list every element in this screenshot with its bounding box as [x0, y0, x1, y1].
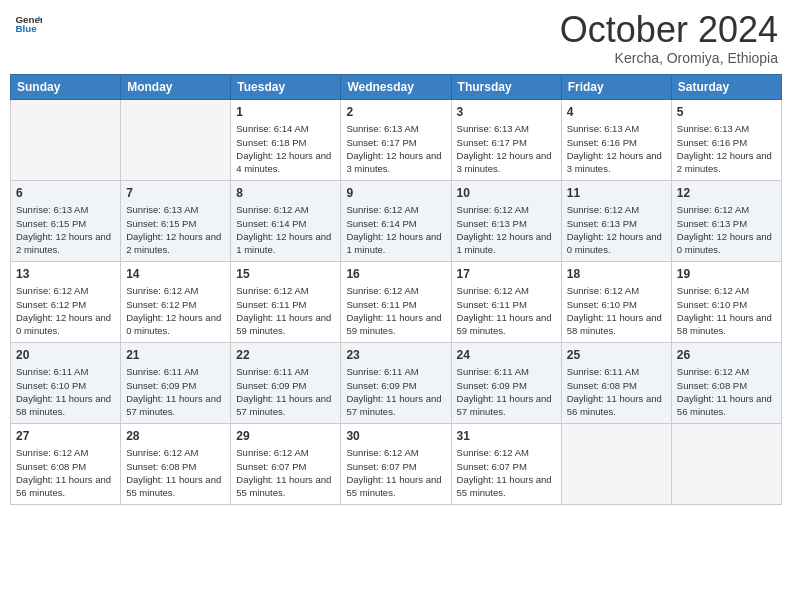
day-number: 5 — [677, 104, 776, 121]
calendar-body: 1Sunrise: 6:14 AMSunset: 6:18 PMDaylight… — [11, 99, 782, 504]
day-number: 30 — [346, 428, 445, 445]
day-info: Sunrise: 6:11 AMSunset: 6:08 PMDaylight:… — [567, 365, 666, 418]
calendar-cell: 27Sunrise: 6:12 AMSunset: 6:08 PMDayligh… — [11, 423, 121, 504]
page-header: General Blue October 2024 Kercha, Oromiy… — [10, 10, 782, 66]
day-info: Sunrise: 6:13 AMSunset: 6:15 PMDaylight:… — [16, 203, 115, 256]
day-number: 19 — [677, 266, 776, 283]
day-info: Sunrise: 6:12 AMSunset: 6:13 PMDaylight:… — [677, 203, 776, 256]
day-info: Sunrise: 6:14 AMSunset: 6:18 PMDaylight:… — [236, 122, 335, 175]
calendar-cell: 24Sunrise: 6:11 AMSunset: 6:09 PMDayligh… — [451, 342, 561, 423]
day-info: Sunrise: 6:12 AMSunset: 6:14 PMDaylight:… — [236, 203, 335, 256]
day-number: 31 — [457, 428, 556, 445]
day-info: Sunrise: 6:12 AMSunset: 6:12 PMDaylight:… — [126, 284, 225, 337]
calendar-cell: 11Sunrise: 6:12 AMSunset: 6:13 PMDayligh… — [561, 180, 671, 261]
calendar-cell: 19Sunrise: 6:12 AMSunset: 6:10 PMDayligh… — [671, 261, 781, 342]
calendar-cell: 17Sunrise: 6:12 AMSunset: 6:11 PMDayligh… — [451, 261, 561, 342]
calendar-cell: 20Sunrise: 6:11 AMSunset: 6:10 PMDayligh… — [11, 342, 121, 423]
calendar-cell: 21Sunrise: 6:11 AMSunset: 6:09 PMDayligh… — [121, 342, 231, 423]
calendar-week-2: 6Sunrise: 6:13 AMSunset: 6:15 PMDaylight… — [11, 180, 782, 261]
calendar-cell: 6Sunrise: 6:13 AMSunset: 6:15 PMDaylight… — [11, 180, 121, 261]
day-info: Sunrise: 6:13 AMSunset: 6:15 PMDaylight:… — [126, 203, 225, 256]
day-number: 26 — [677, 347, 776, 364]
day-info: Sunrise: 6:13 AMSunset: 6:17 PMDaylight:… — [457, 122, 556, 175]
day-info: Sunrise: 6:12 AMSunset: 6:11 PMDaylight:… — [346, 284, 445, 337]
weekday-header-wednesday: Wednesday — [341, 74, 451, 99]
day-info: Sunrise: 6:11 AMSunset: 6:09 PMDaylight:… — [457, 365, 556, 418]
calendar-cell: 18Sunrise: 6:12 AMSunset: 6:10 PMDayligh… — [561, 261, 671, 342]
day-info: Sunrise: 6:11 AMSunset: 6:09 PMDaylight:… — [236, 365, 335, 418]
day-info: Sunrise: 6:12 AMSunset: 6:07 PMDaylight:… — [457, 446, 556, 499]
weekday-header-monday: Monday — [121, 74, 231, 99]
calendar-cell — [561, 423, 671, 504]
month-title: October 2024 — [560, 10, 778, 50]
calendar-cell: 22Sunrise: 6:11 AMSunset: 6:09 PMDayligh… — [231, 342, 341, 423]
calendar-cell: 14Sunrise: 6:12 AMSunset: 6:12 PMDayligh… — [121, 261, 231, 342]
day-info: Sunrise: 6:13 AMSunset: 6:16 PMDaylight:… — [567, 122, 666, 175]
calendar-cell: 30Sunrise: 6:12 AMSunset: 6:07 PMDayligh… — [341, 423, 451, 504]
day-info: Sunrise: 6:12 AMSunset: 6:07 PMDaylight:… — [346, 446, 445, 499]
calendar-cell: 12Sunrise: 6:12 AMSunset: 6:13 PMDayligh… — [671, 180, 781, 261]
title-block: October 2024 Kercha, Oromiya, Ethiopia — [560, 10, 778, 66]
day-number: 23 — [346, 347, 445, 364]
calendar-cell — [11, 99, 121, 180]
day-number: 24 — [457, 347, 556, 364]
weekday-header-thursday: Thursday — [451, 74, 561, 99]
day-info: Sunrise: 6:13 AMSunset: 6:16 PMDaylight:… — [677, 122, 776, 175]
day-number: 18 — [567, 266, 666, 283]
calendar-cell — [121, 99, 231, 180]
calendar-week-5: 27Sunrise: 6:12 AMSunset: 6:08 PMDayligh… — [11, 423, 782, 504]
day-info: Sunrise: 6:12 AMSunset: 6:10 PMDaylight:… — [677, 284, 776, 337]
day-info: Sunrise: 6:11 AMSunset: 6:09 PMDaylight:… — [346, 365, 445, 418]
day-info: Sunrise: 6:12 AMSunset: 6:07 PMDaylight:… — [236, 446, 335, 499]
calendar-cell: 8Sunrise: 6:12 AMSunset: 6:14 PMDaylight… — [231, 180, 341, 261]
day-number: 12 — [677, 185, 776, 202]
day-info: Sunrise: 6:12 AMSunset: 6:14 PMDaylight:… — [346, 203, 445, 256]
day-info: Sunrise: 6:11 AMSunset: 6:09 PMDaylight:… — [126, 365, 225, 418]
day-number: 1 — [236, 104, 335, 121]
day-number: 10 — [457, 185, 556, 202]
calendar-cell: 31Sunrise: 6:12 AMSunset: 6:07 PMDayligh… — [451, 423, 561, 504]
day-number: 15 — [236, 266, 335, 283]
day-info: Sunrise: 6:13 AMSunset: 6:17 PMDaylight:… — [346, 122, 445, 175]
calendar-cell: 5Sunrise: 6:13 AMSunset: 6:16 PMDaylight… — [671, 99, 781, 180]
calendar-cell: 28Sunrise: 6:12 AMSunset: 6:08 PMDayligh… — [121, 423, 231, 504]
day-number: 2 — [346, 104, 445, 121]
day-number: 28 — [126, 428, 225, 445]
calendar-week-1: 1Sunrise: 6:14 AMSunset: 6:18 PMDaylight… — [11, 99, 782, 180]
calendar-cell: 7Sunrise: 6:13 AMSunset: 6:15 PMDaylight… — [121, 180, 231, 261]
calendar-cell: 26Sunrise: 6:12 AMSunset: 6:08 PMDayligh… — [671, 342, 781, 423]
day-info: Sunrise: 6:12 AMSunset: 6:11 PMDaylight:… — [457, 284, 556, 337]
calendar-cell: 9Sunrise: 6:12 AMSunset: 6:14 PMDaylight… — [341, 180, 451, 261]
day-number: 7 — [126, 185, 225, 202]
calendar-cell: 1Sunrise: 6:14 AMSunset: 6:18 PMDaylight… — [231, 99, 341, 180]
weekday-header-row: SundayMondayTuesdayWednesdayThursdayFrid… — [11, 74, 782, 99]
calendar-cell: 13Sunrise: 6:12 AMSunset: 6:12 PMDayligh… — [11, 261, 121, 342]
calendar-cell: 2Sunrise: 6:13 AMSunset: 6:17 PMDaylight… — [341, 99, 451, 180]
logo: General Blue — [14, 10, 42, 38]
calendar-week-4: 20Sunrise: 6:11 AMSunset: 6:10 PMDayligh… — [11, 342, 782, 423]
day-number: 20 — [16, 347, 115, 364]
day-info: Sunrise: 6:12 AMSunset: 6:08 PMDaylight:… — [16, 446, 115, 499]
calendar-cell: 16Sunrise: 6:12 AMSunset: 6:11 PMDayligh… — [341, 261, 451, 342]
calendar-table: SundayMondayTuesdayWednesdayThursdayFrid… — [10, 74, 782, 505]
day-number: 25 — [567, 347, 666, 364]
logo-icon: General Blue — [14, 10, 42, 38]
calendar-cell: 23Sunrise: 6:11 AMSunset: 6:09 PMDayligh… — [341, 342, 451, 423]
day-number: 21 — [126, 347, 225, 364]
calendar-header: SundayMondayTuesdayWednesdayThursdayFrid… — [11, 74, 782, 99]
calendar-cell: 29Sunrise: 6:12 AMSunset: 6:07 PMDayligh… — [231, 423, 341, 504]
day-number: 8 — [236, 185, 335, 202]
day-number: 13 — [16, 266, 115, 283]
day-number: 29 — [236, 428, 335, 445]
day-number: 22 — [236, 347, 335, 364]
day-info: Sunrise: 6:12 AMSunset: 6:13 PMDaylight:… — [457, 203, 556, 256]
day-info: Sunrise: 6:12 AMSunset: 6:10 PMDaylight:… — [567, 284, 666, 337]
weekday-header-sunday: Sunday — [11, 74, 121, 99]
day-number: 9 — [346, 185, 445, 202]
day-info: Sunrise: 6:12 AMSunset: 6:08 PMDaylight:… — [677, 365, 776, 418]
day-number: 16 — [346, 266, 445, 283]
calendar-week-3: 13Sunrise: 6:12 AMSunset: 6:12 PMDayligh… — [11, 261, 782, 342]
weekday-header-tuesday: Tuesday — [231, 74, 341, 99]
day-info: Sunrise: 6:11 AMSunset: 6:10 PMDaylight:… — [16, 365, 115, 418]
location-subtitle: Kercha, Oromiya, Ethiopia — [560, 50, 778, 66]
